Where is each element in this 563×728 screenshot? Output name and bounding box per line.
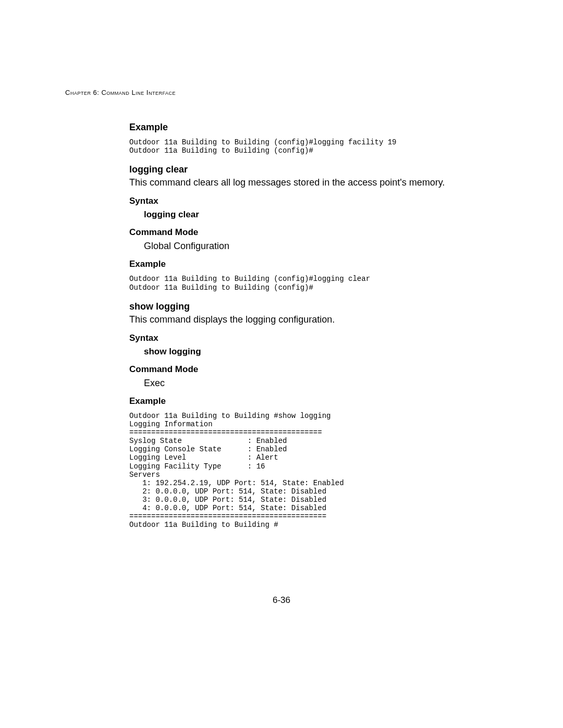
example-heading-3: Example <box>129 396 494 406</box>
mode-value-1: Global Configuration <box>144 241 494 252</box>
command-title-logging-clear: logging clear <box>129 164 494 175</box>
code-block-3: Outdoor 11a Building to Building #show l… <box>129 412 494 529</box>
description-logging-clear: This command clears all log messages sto… <box>129 176 494 189</box>
syntax-value-2: show logging <box>144 347 494 357</box>
example-heading-1: Example <box>129 122 494 133</box>
chapter-label: Chapter 6: Command Line Interface <box>65 89 176 96</box>
mode-heading-1: Command Mode <box>129 227 494 238</box>
command-title-show-logging: show logging <box>129 301 494 312</box>
code-block-2: Outdoor 11a Building to Building (config… <box>129 275 494 291</box>
page-number: 6-36 <box>0 595 563 606</box>
description-show-logging: This command displays the logging config… <box>129 313 494 326</box>
syntax-heading-1: Syntax <box>129 196 494 206</box>
mode-value-2: Exec <box>144 378 494 389</box>
code-block-1: Outdoor 11a Building to Building (config… <box>129 138 494 155</box>
example-heading-2: Example <box>129 259 494 269</box>
syntax-heading-2: Syntax <box>129 333 494 343</box>
page-header: Chapter 6: Command Line Interface <box>65 89 176 96</box>
page-content: Example Outdoor 11a Building to Building… <box>129 115 494 531</box>
mode-heading-2: Command Mode <box>129 364 494 375</box>
syntax-value-1: logging clear <box>144 209 494 220</box>
